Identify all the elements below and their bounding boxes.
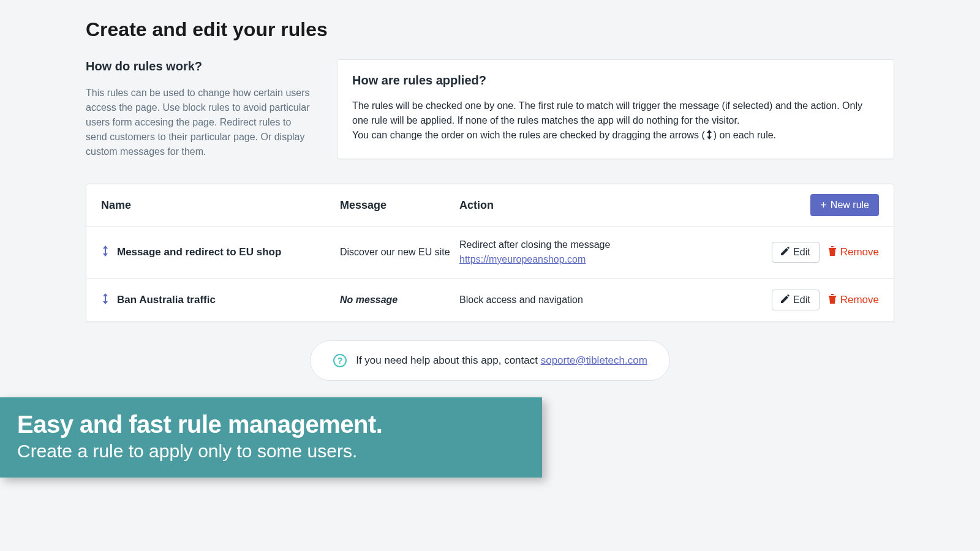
info-left-panel: How do rules work? This rules can be use…: [86, 59, 312, 159]
table-row: Message and redirect to EU shop Discover…: [86, 227, 894, 279]
table-header-row: Name Message Action + New rule: [86, 184, 894, 227]
info-card-body1: The rules will be checked one by one. Th…: [352, 99, 879, 128]
help-email-link[interactable]: soporte@tibletech.com: [541, 354, 647, 366]
rule-action: Block access and navigation: [459, 293, 772, 307]
banner-subtitle: Create a rule to apply only to some user…: [17, 441, 525, 462]
trash-icon: [828, 246, 837, 259]
new-rule-button[interactable]: + New rule: [810, 194, 879, 216]
info-card-heading: How are rules applied?: [352, 73, 879, 88]
page-title: Create and edit your rules: [86, 18, 894, 41]
rules-table: Name Message Action + New rule Message a…: [86, 184, 894, 322]
promo-banner: Easy and fast rule management. Create a …: [0, 397, 542, 478]
sort-arrows-icon: [705, 129, 714, 144]
remove-button[interactable]: Remove: [828, 294, 879, 307]
svg-text:?: ?: [337, 356, 343, 365]
info-left-body: This rules can be used to change how cer…: [86, 86, 312, 159]
rule-message: Discover our new EU site: [340, 246, 459, 259]
plus-icon: +: [820, 200, 827, 211]
help-question-icon: ?: [333, 353, 347, 368]
drag-handle-icon[interactable]: [101, 246, 110, 260]
rule-name: Message and redirect to EU shop: [117, 246, 281, 258]
rule-name: Ban Australia traffic: [117, 294, 216, 306]
info-card-body2: You can change the order on wich the rul…: [352, 128, 879, 144]
info-left-heading: How do rules work?: [86, 59, 312, 73]
banner-title: Easy and fast rule management.: [17, 411, 525, 438]
table-row: Ban Australia traffic No message Block a…: [86, 279, 894, 321]
pencil-icon: [781, 247, 790, 258]
remove-button[interactable]: Remove: [828, 246, 879, 259]
col-header-action: Action: [459, 199, 810, 212]
trash-icon: [828, 294, 837, 307]
help-text: If you need help about this app, contact: [356, 354, 541, 366]
rule-action: Redirect after closing the message https…: [459, 238, 772, 267]
rule-action-link[interactable]: https://myeuropeanshop.com: [459, 254, 586, 264]
edit-button[interactable]: Edit: [772, 290, 820, 310]
info-card: How are rules applied? The rules will be…: [337, 59, 894, 159]
edit-button[interactable]: Edit: [772, 242, 820, 263]
col-header-message: Message: [340, 199, 459, 212]
help-pill: ? If you need help about this app, conta…: [310, 340, 670, 381]
drag-handle-icon[interactable]: [101, 293, 110, 307]
pencil-icon: [781, 294, 790, 305]
rule-message: No message: [340, 293, 459, 307]
col-header-name: Name: [101, 199, 340, 212]
